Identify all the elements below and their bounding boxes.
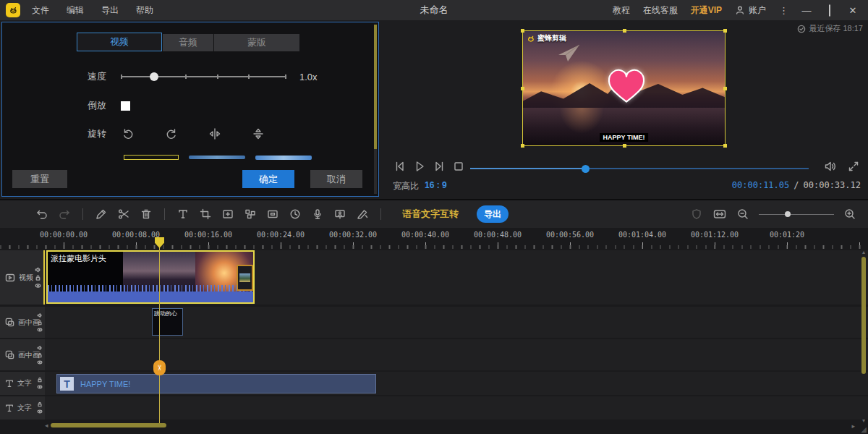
track-visibility-icon[interactable] bbox=[37, 409, 43, 414]
split-scissors-button[interactable] bbox=[116, 207, 131, 221]
previous-frame-button[interactable] bbox=[393, 159, 407, 174]
track-header-text-1[interactable]: 文字 bbox=[0, 372, 45, 395]
track-header-pip-1[interactable]: 画中画 bbox=[0, 307, 45, 338]
track-lane-pip-1[interactable]: 跳动的心 bbox=[45, 307, 868, 338]
presenter-button[interactable] bbox=[333, 207, 347, 221]
selection-handle[interactable] bbox=[521, 87, 524, 90]
cancel-button[interactable]: 取消 bbox=[310, 170, 362, 188]
scroll-right-icon[interactable]: ▸ bbox=[851, 422, 855, 430]
zoom-out-icon[interactable] bbox=[736, 208, 749, 221]
scroll-down-icon[interactable]: ▾ bbox=[861, 418, 867, 424]
maximize-button[interactable] bbox=[825, 5, 835, 16]
selection-handle[interactable] bbox=[723, 87, 727, 90]
speech-to-text-button[interactable]: 语音文字互转 bbox=[402, 208, 459, 221]
vertical-scroll-thumb[interactable] bbox=[861, 257, 866, 374]
track-lane-pip-2[interactable] bbox=[45, 339, 868, 370]
menu-item[interactable]: 文件 bbox=[32, 4, 49, 17]
text-tool-button[interactable] bbox=[176, 207, 190, 221]
app-logo-bee-icon[interactable] bbox=[6, 3, 20, 17]
menu-item[interactable]: 编辑 bbox=[67, 4, 84, 17]
account-button[interactable]: 账户 bbox=[735, 4, 766, 17]
track-visibility-icon[interactable] bbox=[37, 327, 43, 333]
effect-strip[interactable] bbox=[189, 156, 245, 159]
transition-chip[interactable] bbox=[237, 265, 253, 291]
speed-slider-thumb[interactable] bbox=[150, 72, 158, 81]
reverse-checkbox[interactable] bbox=[121, 101, 130, 111]
panel-tab[interactable]: 蒙版 bbox=[214, 34, 299, 51]
resize-grip-icon[interactable]: ◢ bbox=[861, 425, 867, 433]
rotate-cw-icon[interactable] bbox=[164, 127, 179, 141]
scroll-up-icon[interactable]: ▴ bbox=[861, 250, 867, 255]
overlay-button[interactable] bbox=[265, 207, 280, 221]
track-mute-icon[interactable] bbox=[37, 312, 43, 318]
aspect-ratio[interactable]: 宽高比16 : 9 bbox=[393, 180, 447, 192]
fit-timeline-icon[interactable] bbox=[712, 208, 727, 221]
menu-item[interactable]: 导出 bbox=[101, 4, 119, 17]
track-lock-icon[interactable] bbox=[37, 320, 43, 326]
minimize-button[interactable]: — bbox=[801, 5, 812, 16]
style-pen-button[interactable] bbox=[355, 207, 370, 221]
rotate-ccw-icon[interactable] bbox=[121, 127, 135, 141]
stop-button[interactable] bbox=[451, 159, 466, 174]
playhead-line[interactable] bbox=[159, 239, 160, 423]
horizontal-scroll-thumb[interactable] bbox=[51, 423, 166, 427]
timeline-zoom-thumb[interactable] bbox=[785, 211, 791, 217]
vip-button[interactable]: 开通VIP bbox=[691, 4, 722, 17]
track-lock-icon[interactable] bbox=[37, 377, 43, 383]
track-lane-text-1[interactable]: T HAPPY TIME! bbox=[45, 372, 868, 395]
crop-button[interactable] bbox=[198, 207, 213, 221]
seek-thumb[interactable] bbox=[582, 165, 590, 173]
selection-handle[interactable] bbox=[723, 144, 727, 148]
track-lock-icon[interactable] bbox=[37, 352, 43, 358]
track-lane-video[interactable]: 派拉蒙电影片头 bbox=[45, 250, 868, 305]
export-button[interactable]: 导出 bbox=[477, 205, 509, 223]
ok-button[interactable]: 确定 bbox=[242, 170, 294, 188]
reset-button[interactable]: 重置 bbox=[12, 170, 67, 188]
effect-strip[interactable] bbox=[255, 156, 312, 160]
video-preview-stage[interactable]: 蜜蜂剪辑 HAPPY TIME! bbox=[522, 30, 726, 146]
track-lane-text-2[interactable] bbox=[45, 396, 868, 420]
video-clip[interactable]: 派拉蒙电影片头 bbox=[46, 250, 255, 304]
play-button[interactable] bbox=[412, 159, 427, 174]
selection-handle[interactable] bbox=[623, 144, 626, 148]
text-clip[interactable]: T HAPPY TIME! bbox=[56, 374, 376, 393]
track-header-video[interactable]: 视频 bbox=[0, 250, 45, 305]
pip-clip[interactable]: 跳动的心 bbox=[152, 308, 183, 336]
track-visibility-icon[interactable] bbox=[37, 359, 43, 365]
fullscreen-icon[interactable] bbox=[846, 159, 861, 174]
selection-handle[interactable] bbox=[521, 29, 524, 33]
flip-horizontal-icon[interactable] bbox=[208, 127, 222, 141]
track-mute-icon[interactable] bbox=[37, 345, 43, 351]
close-button[interactable]: ✕ bbox=[848, 5, 858, 16]
heart-overlay[interactable] bbox=[600, 66, 652, 108]
panel-tab[interactable]: 视频 bbox=[77, 33, 162, 51]
mosaic-button[interactable] bbox=[243, 207, 258, 221]
more-menu-icon[interactable]: ⋮ bbox=[779, 5, 788, 16]
redo-button[interactable] bbox=[57, 207, 72, 221]
next-frame-button[interactable] bbox=[432, 159, 446, 174]
shield-icon[interactable] bbox=[690, 208, 703, 221]
selection-handle[interactable] bbox=[623, 29, 626, 33]
timeline-ruler[interactable]: 00:00:00.0000:00:08.0000:00:16.0000:00:2… bbox=[0, 228, 868, 239]
track-lock-icon[interactable] bbox=[35, 274, 41, 281]
scroll-left-icon[interactable]: ◂ bbox=[45, 422, 48, 429]
track-lock-icon[interactable] bbox=[37, 401, 43, 407]
horizontal-scrollbar[interactable]: ◂ bbox=[45, 422, 851, 428]
speed-slider[interactable] bbox=[121, 72, 286, 81]
delete-trash-button[interactable] bbox=[139, 207, 153, 221]
flip-vertical-icon[interactable] bbox=[251, 127, 265, 141]
seek-bar[interactable] bbox=[470, 165, 809, 172]
vertical-scrollbar[interactable]: ▴ ▾ bbox=[861, 251, 867, 422]
track-visibility-icon[interactable] bbox=[35, 282, 41, 289]
timeline-zoom-slider[interactable] bbox=[759, 210, 834, 218]
track-mute-icon[interactable] bbox=[35, 266, 41, 273]
effect-strip-selected[interactable] bbox=[124, 155, 179, 160]
titlebar-link[interactable]: 教程 bbox=[613, 4, 630, 17]
track-header-pip-2[interactable]: 画中画 bbox=[0, 339, 45, 370]
undo-button[interactable] bbox=[35, 207, 49, 221]
track-visibility-icon[interactable] bbox=[37, 384, 43, 390]
preview-caption-text[interactable]: HAPPY TIME! bbox=[600, 133, 649, 142]
panel-scrollbar[interactable] bbox=[374, 25, 377, 194]
zoom-frame-button[interactable] bbox=[221, 207, 235, 221]
selection-handle[interactable] bbox=[521, 144, 524, 148]
